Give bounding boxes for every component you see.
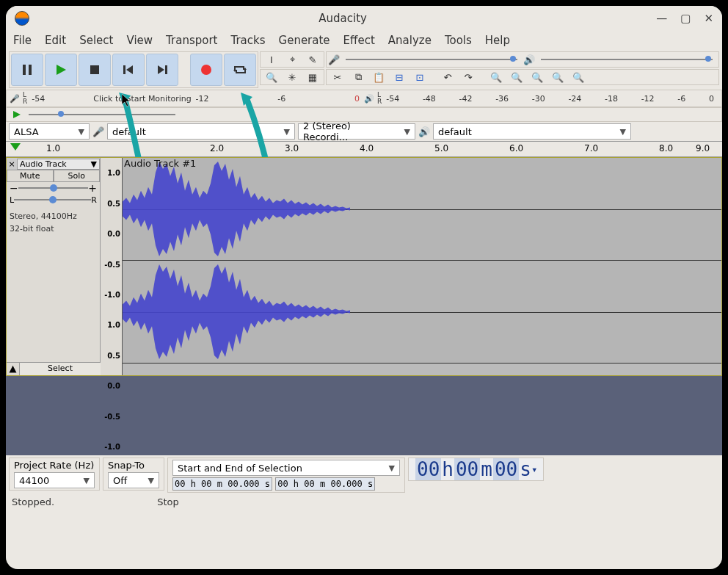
menubar: File Edit Select View Transport Tracks G… (6, 31, 722, 50)
minimize-button[interactable]: — (656, 12, 667, 25)
mic-dev-icon: 🎤 (92, 126, 104, 137)
menu-help[interactable]: Help (485, 34, 510, 47)
loop-button[interactable] (224, 54, 256, 86)
menu-view[interactable]: View (126, 34, 153, 47)
audio-host-combo[interactable]: ALSA▼ (9, 123, 90, 140)
status-center: Stop (157, 496, 179, 507)
rec-channels-combo[interactable]: 2 (Stereo) Recordi…▼ (298, 123, 415, 140)
selection-end-time[interactable]: 00 h 00 m 00.000 s (275, 477, 375, 491)
redo-icon[interactable]: ↷ (459, 70, 478, 84)
track-title: Audio Track #1 (124, 158, 196, 169)
play-button[interactable] (45, 54, 77, 86)
rec-device-combo[interactable]: default▼ (107, 123, 295, 140)
tools-toolbar: I ⌖ ✎ (260, 51, 324, 68)
solo-button[interactable]: Solo (54, 170, 101, 182)
timeshift-tool-icon[interactable]: ✳ (283, 70, 302, 84)
menu-transport[interactable]: Transport (166, 34, 217, 47)
maximize-button[interactable]: ▢ (680, 12, 691, 25)
stop-button[interactable] (79, 54, 111, 86)
meter-bar: 🎤 LR -54 -48 Click to Start Monitoring -… (6, 90, 722, 107)
window-title: Audacity (29, 12, 656, 25)
svg-marker-5 (126, 65, 133, 74)
skip-start-button[interactable] (112, 54, 145, 86)
paste-icon[interactable]: 📋 (369, 70, 388, 84)
menu-edit[interactable]: Edit (45, 34, 66, 47)
waveform-display[interactable]: Audio Track #1 (123, 158, 721, 375)
svg-rect-0 (23, 65, 26, 75)
draw-tool-icon[interactable]: ✎ (303, 53, 322, 66)
meter-placeholder[interactable]: Click to Start Monitoring (93, 94, 191, 104)
play-device-combo[interactable]: default▼ (433, 123, 631, 140)
svg-marker-2 (57, 65, 66, 75)
gain-slider[interactable]: −+ (7, 182, 100, 194)
silence-icon[interactable]: ⊡ (410, 70, 429, 84)
zoom-in-icon[interactable]: 🔍 (487, 70, 506, 84)
waveform-left-channel (123, 158, 721, 261)
menu-analyze[interactable]: Analyze (388, 34, 432, 47)
menu-effect[interactable]: Effect (343, 34, 375, 47)
volume-sliders: 🎤 🔊 (326, 51, 719, 68)
selection-tool-icon[interactable]: I (262, 53, 281, 66)
playhead-icon[interactable] (10, 143, 21, 151)
menu-file[interactable]: File (13, 34, 32, 47)
device-toolbar: ALSA▼ 🎤 default▼ 2 (Stereo) Recordi…▼ 🔊 … (6, 122, 722, 141)
pan-slider[interactable]: LR (7, 194, 100, 206)
track-select-button[interactable]: Select (20, 363, 101, 375)
multi-tool-icon[interactable]: ▦ (303, 70, 322, 84)
speaker-icon: 🔊 (523, 54, 535, 65)
play-meter[interactable]: -54-48-42-36-30-24-18-12-60 (382, 94, 718, 104)
zoom-sel-icon[interactable]: 🔍 (528, 70, 547, 84)
close-button[interactable]: ✕ (704, 12, 713, 25)
svg-rect-1 (29, 65, 32, 75)
track-info: Stereo, 44100Hz (7, 210, 100, 223)
snap-to-combo[interactable]: Off▼ (108, 472, 159, 488)
status-bar: Stopped. Stop (6, 495, 722, 509)
svg-marker-11 (13, 111, 21, 118)
cut-icon[interactable]: ✂ (328, 70, 347, 84)
speed-slider[interactable] (29, 114, 175, 115)
record-button[interactable] (190, 54, 222, 86)
svg-point-8 (201, 65, 211, 75)
menu-generate[interactable]: Generate (279, 34, 330, 47)
waveform-right-channel (123, 261, 721, 364)
track-control-panel: × Audio Track▼ Mute Solo −+ LR Stereo, 4… (7, 158, 101, 375)
mute-button[interactable]: Mute (7, 170, 54, 182)
project-rate-label: Project Rate (Hz) (14, 460, 95, 471)
play-small-icon[interactable] (12, 110, 21, 119)
zoom-fit-icon[interactable]: 🔍 (548, 70, 567, 84)
speaker-meter-icon[interactable]: 🔊 (364, 94, 374, 104)
collapse-button[interactable]: ▲ (7, 363, 20, 375)
status-left: Stopped. (12, 496, 54, 507)
track-area: × Audio Track▼ Mute Solo −+ LR Stereo, 4… (6, 157, 722, 376)
project-rate-combo[interactable]: 44100▼ (14, 472, 95, 488)
zoom-out-icon[interactable]: 🔍 (507, 70, 526, 84)
rec-meter[interactable]: -54 -48 Click to Start Monitoring -12 -6… (27, 94, 364, 104)
mic-icon: 🎤 (328, 54, 340, 65)
zoom-toggle-icon[interactable]: 🔍 (569, 70, 588, 84)
selection-mode-combo[interactable]: Start and End of Selection▼ (172, 460, 400, 476)
mic-meter-icon[interactable]: 🎤 (10, 94, 20, 104)
edit-toolbar: ✂ ⧉ 📋 ⊟ ⊡ ↶ ↷ 🔍 🔍 🔍 🔍 🔍 (326, 69, 719, 85)
zoom-tool-icon[interactable]: 🔍 (262, 70, 281, 84)
track-menu-button[interactable]: Audio Track▼ (17, 159, 100, 170)
pause-button[interactable] (11, 54, 43, 86)
titlebar: Audacity — ▢ ✕ (6, 6, 722, 31)
trim-icon[interactable]: ⊟ (390, 70, 409, 84)
menu-tracks[interactable]: Tracks (230, 34, 265, 47)
svg-marker-6 (158, 65, 164, 74)
envelope-tool-icon[interactable]: ⌖ (283, 53, 302, 66)
svg-rect-7 (165, 65, 167, 74)
svg-rect-3 (90, 65, 99, 74)
track-close-button[interactable]: × (7, 159, 17, 169)
playback-speed-bar (6, 107, 722, 122)
copy-icon[interactable]: ⧉ (349, 70, 368, 84)
timeline-ruler[interactable]: 1.0 2.0 3.0 4.0 5.0 6.0 7.0 8.0 9.0 (6, 141, 722, 157)
skip-end-button[interactable] (146, 54, 178, 86)
menu-select[interactable]: Select (79, 34, 113, 47)
selection-start-time[interactable]: 00 h 00 m 00.000 s (172, 477, 272, 491)
undo-icon[interactable]: ↶ (438, 70, 457, 84)
transport-toolbar (9, 51, 258, 88)
amplitude-scale: 1.00.50.0-0.5-1.0 1.00.50.0-0.5-1.0 (101, 158, 123, 375)
menu-tools[interactable]: Tools (445, 34, 472, 47)
audio-position-display[interactable]: 00 h 00 m 00 s▾ (408, 458, 544, 481)
